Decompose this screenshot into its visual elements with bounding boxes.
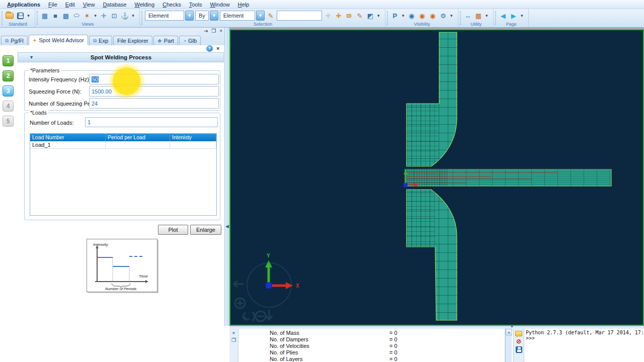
- number-of-loads-input[interactable]: 1: [85, 117, 218, 127]
- message-scrollbar[interactable]: ▲: [505, 329, 512, 362]
- save-file-icon[interactable]: [16, 11, 25, 21]
- open-file-icon[interactable]: [5, 11, 14, 21]
- axis-view-icon[interactable]: ✶: [83, 11, 92, 21]
- tab-exp[interactable]: ⧉ Exp: [89, 36, 112, 45]
- show-id-icon[interactable]: ID: [345, 11, 354, 21]
- form-title-bar[interactable]: ▼ Spot Welding Process: [18, 52, 224, 62]
- abort-icon[interactable]: ⊘: [516, 338, 521, 344]
- utility-sheet-icon[interactable]: ▦: [474, 11, 483, 21]
- page-overflow-icon[interactable]: ▾: [520, 11, 524, 21]
- vertical-splitter[interactable]: ◀: [224, 28, 229, 326]
- intensity-frequency-input[interactable]: 50: [89, 74, 219, 84]
- menu-file[interactable]: File: [44, 1, 61, 8]
- menu-edit[interactable]: Edit: [61, 1, 79, 8]
- zoom-area-icon[interactable]: ⊡: [110, 11, 119, 21]
- selection-overflow-icon[interactable]: ▾: [376, 11, 381, 21]
- cell-intensity[interactable]: [170, 141, 216, 148]
- enlarge-button[interactable]: Enlarge: [190, 225, 221, 235]
- wireframe-view-icon[interactable]: ▦: [40, 11, 49, 21]
- dock-pin-icon[interactable]: ⇥: [204, 28, 208, 34]
- visibility-overflow-icon[interactable]: ▾: [449, 11, 454, 21]
- edit-id-icon[interactable]: ✎: [355, 11, 364, 21]
- wizard-step-3[interactable]: 3: [3, 85, 14, 97]
- dock-float-icon[interactable]: ❐: [211, 28, 216, 34]
- anchor-view-icon[interactable]: ⚓: [120, 11, 129, 21]
- show-all-icon[interactable]: ◉: [407, 11, 416, 21]
- console-prompt[interactable]: >>>: [526, 335, 644, 341]
- menu-applications[interactable]: Applications: [3, 1, 44, 8]
- smooth-view-icon[interactable]: ⬭: [72, 11, 81, 21]
- selection-filter-input[interactable]: [277, 11, 322, 21]
- cell-load-name[interactable]: Load_1: [30, 141, 106, 148]
- selection-type-combo[interactable]: Element ▼: [220, 11, 265, 21]
- tab-file-explorer-label: File Explorer: [117, 38, 148, 44]
- selection-entity-dropdown-icon[interactable]: ▼: [185, 11, 194, 21]
- tab-pg-fl[interactable]: ⧉ Pg/Fl: [1, 36, 28, 45]
- views-overflow-icon[interactable]: ▾: [131, 11, 135, 21]
- mesh-canvas[interactable]: Y X: [230, 30, 643, 325]
- viewport-frame[interactable]: Y X: [229, 29, 644, 326]
- menu-view[interactable]: View: [79, 1, 99, 8]
- splitter-collapse-icon[interactable]: ◀: [225, 224, 229, 229]
- palette-icon[interactable]: ◩: [366, 11, 375, 21]
- wizard-step-2[interactable]: 2: [3, 70, 14, 81]
- dock-close-icon[interactable]: ×: [219, 28, 222, 34]
- plot-button[interactable]: Plot: [158, 225, 188, 235]
- mesh-view-icon[interactable]: ▩: [61, 11, 70, 21]
- menu-bar: Applications File Edit View Database Wel…: [0, 0, 644, 9]
- save-session-icon[interactable]: [516, 346, 522, 353]
- col-period-per-load[interactable]: Period per Load: [106, 134, 170, 141]
- squeezing-periods-input[interactable]: 24: [89, 98, 219, 109]
- pick-add-icon[interactable]: ✚: [334, 11, 343, 21]
- selection-entity-combo[interactable]: Element ▼: [145, 11, 194, 21]
- collapse-arrow-icon[interactable]: ▼: [29, 55, 34, 60]
- number-of-loads-label: Number of Loads:: [30, 120, 73, 126]
- view-navigation-controls[interactable]: [233, 263, 291, 321]
- pick-form-icon[interactable]: ✎: [266, 11, 275, 21]
- pick-preference-dropdown-icon[interactable]: ▾: [401, 11, 406, 21]
- fit-view-icon[interactable]: ✛: [99, 11, 108, 21]
- tab-file-explorer[interactable]: File Explorer: [113, 36, 152, 45]
- cell-period[interactable]: [106, 141, 170, 148]
- visibility-gear-icon[interactable]: ⚙: [439, 11, 448, 21]
- panel-close-icon[interactable]: ×: [216, 45, 219, 51]
- pick-preference-icon[interactable]: P: [390, 11, 399, 21]
- menu-tools[interactable]: Tools: [185, 1, 206, 8]
- selection-type-dropdown-icon[interactable]: ▼: [256, 11, 265, 21]
- menu-window[interactable]: Window: [206, 1, 233, 8]
- help-icon[interactable]: ?: [206, 45, 213, 52]
- selection-by-combo[interactable]: By ▼: [195, 11, 218, 21]
- menu-checks[interactable]: Checks: [158, 1, 185, 8]
- tab-part[interactable]: ❖ Part: [153, 36, 178, 45]
- table-row[interactable]: Load_1: [30, 141, 216, 149]
- page-next-icon[interactable]: ▶: [509, 11, 518, 21]
- message-float-icon[interactable]: ❐: [229, 337, 238, 343]
- menu-help[interactable]: Help: [234, 1, 254, 8]
- menu-database[interactable]: Database: [99, 1, 130, 8]
- splitter-down-icon[interactable]: ▼: [510, 325, 514, 328]
- message-close-icon[interactable]: ×: [229, 330, 238, 336]
- scroll-up-icon[interactable]: ▲: [506, 329, 512, 335]
- wizard-step-4[interactable]: 4: [3, 101, 14, 112]
- snap-icon[interactable]: ✛: [324, 11, 333, 21]
- graphics-viewport[interactable]: Y X: [229, 28, 644, 326]
- squeezing-force-input[interactable]: 1500.00: [89, 86, 219, 97]
- menu-welding[interactable]: Welding: [131, 1, 159, 8]
- axis-dropdown-icon[interactable]: ▾: [93, 11, 98, 21]
- page-previous-icon[interactable]: ◀: [499, 11, 508, 21]
- selection-by-dropdown-icon[interactable]: ▼: [210, 11, 218, 21]
- col-load-number[interactable]: Load Number: [30, 134, 106, 141]
- tab-glb[interactable]: ◔ Glb: [179, 36, 201, 45]
- comment-icon[interactable]: [515, 331, 522, 336]
- show-selected-icon[interactable]: ◉: [418, 11, 427, 21]
- python-console[interactable]: Python 2.7.3 (default, Mar 17 2014, 17:4…: [524, 329, 644, 362]
- hide-selected-icon[interactable]: ◉: [428, 11, 437, 21]
- col-intensity[interactable]: Intenisty: [170, 134, 216, 141]
- wizard-step-1[interactable]: 1: [3, 55, 14, 66]
- shaded-view-icon[interactable]: ■: [51, 11, 60, 21]
- tab-spot-weld-advisor[interactable]: ✦ Spot Weld Advisor: [29, 35, 88, 45]
- utility-overflow-icon[interactable]: ▾: [485, 11, 489, 21]
- measure-icon[interactable]: ↔: [463, 11, 472, 21]
- standard-overflow-icon[interactable]: ▾: [26, 11, 31, 21]
- wizard-step-5[interactable]: 5: [3, 116, 14, 127]
